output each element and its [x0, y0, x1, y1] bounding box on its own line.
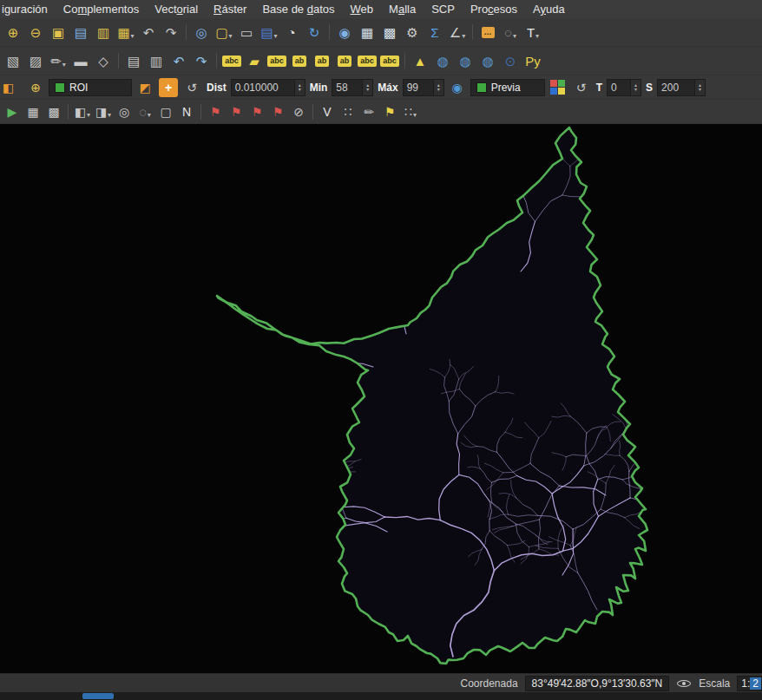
label-pin-icon[interactable]: abc: [266, 50, 287, 71]
temporal-controller-icon[interactable]: ◔: [281, 22, 302, 43]
statistics-summary-icon[interactable]: Σ: [424, 22, 445, 43]
menu-item-ráster[interactable]: Ráster: [206, 1, 254, 17]
label-move-icon[interactable]: ab: [312, 50, 332, 71]
nd-index-calculation-icon[interactable]: N: [177, 102, 196, 121]
select-features-icon[interactable]: ▢▾: [213, 22, 234, 43]
spectral-signature-plot-icon[interactable]: ◎: [115, 102, 134, 121]
roi-pointer-activate-icon[interactable]: ◩: [135, 78, 154, 97]
web-layer-icon[interactable]: ◍: [455, 50, 476, 71]
copy-style-icon[interactable]: ▤: [123, 50, 144, 71]
zoom-full-icon[interactable]: ▣: [48, 22, 69, 43]
zoom-out-icon[interactable]: ⊖: [25, 22, 46, 43]
dist-spin-down-icon[interactable]: ▾: [295, 88, 305, 92]
new-map-view-icon[interactable]: ▦▾: [115, 22, 136, 43]
roi-pointer-icon[interactable]: ⚑: [206, 102, 225, 121]
quick-preview-icon[interactable]: ◨▾: [94, 102, 113, 121]
menu-item-base-de-datos[interactable]: Base de datos: [254, 1, 342, 17]
bandset-definition-icon[interactable]: ▦: [23, 102, 43, 121]
processing-toolbox-icon[interactable]: ⚙: [402, 22, 423, 43]
paste-style-icon[interactable]: ▥: [146, 50, 167, 71]
text-annotation-icon[interactable]: T▾: [522, 22, 543, 43]
roi-redo-icon[interactable]: ⚑: [268, 102, 287, 121]
render-visibility-icon[interactable]: [676, 677, 692, 690]
max-spinbox[interactable]: 99 ▴▾: [403, 79, 444, 96]
redo-preview-icon[interactable]: ↺: [572, 78, 591, 97]
label-show-hide-icon[interactable]: ab: [289, 50, 310, 71]
locator-search-icon[interactable]: ◌▾: [500, 22, 521, 43]
menu-item-scp[interactable]: SCP: [424, 1, 463, 17]
redo-icon[interactable]: ↷: [191, 50, 212, 71]
menu-item-complementos[interactable]: Complementos: [56, 1, 147, 17]
menu-item-ayuda[interactable]: Ayuda: [525, 1, 573, 17]
add-feature-icon[interactable]: ◇: [93, 50, 114, 71]
min-spinbox[interactable]: 58 ▴▾: [332, 79, 373, 96]
roi-polygon-icon[interactable]: ⚑: [227, 102, 246, 121]
measure-icon[interactable]: ∠▾: [447, 22, 468, 43]
preview-pointer-icon[interactable]: ◉: [448, 78, 467, 97]
map-tips-icon[interactable]: …: [477, 22, 498, 43]
field-calculator-icon[interactable]: ▩: [379, 22, 400, 43]
diagram-options-icon[interactable]: ▲: [410, 50, 430, 71]
osm-search-icon[interactable]: ⊙: [500, 50, 521, 71]
paste-features-icon[interactable]: ▨: [25, 50, 46, 71]
signature-merge-icon[interactable]: ∷: [338, 102, 358, 121]
dist-spinbox[interactable]: 0.010000 ▴▾: [231, 79, 305, 96]
min-spin-buttons[interactable]: ▴▾: [362, 80, 372, 95]
web-settings-icon[interactable]: ◍: [477, 50, 498, 71]
t-spin-down-icon[interactable]: ▾: [631, 88, 640, 92]
max-spin-down-icon[interactable]: ▾: [434, 88, 443, 92]
open-scp-dock-icon[interactable]: ▶: [3, 102, 22, 121]
zoom-to-roi-icon[interactable]: ⊕: [26, 78, 45, 97]
classification-flag-icon[interactable]: ⚑: [380, 102, 399, 121]
roi-multiple-icon[interactable]: ⚑: [247, 102, 266, 121]
vector-to-signature-icon[interactable]: V: [318, 102, 337, 121]
zoom-to-layer-icon[interactable]: ▥: [93, 22, 114, 43]
save-edits-icon[interactable]: ▬: [70, 50, 91, 71]
band-calc-icon[interactable]: ▩: [44, 102, 63, 121]
zoom-next-icon[interactable]: ↷: [161, 22, 181, 43]
max-spin-buttons[interactable]: ▴▾: [433, 80, 443, 95]
label-change-icon[interactable]: abc: [357, 50, 378, 71]
scale-input[interactable]: 1: 2: [737, 676, 762, 691]
redo-roi-icon[interactable]: ↺: [182, 78, 201, 97]
more-tools-icon[interactable]: ∷▾: [401, 102, 420, 121]
min-spin-down-icon[interactable]: ▾: [363, 88, 372, 92]
dist-spin-buttons[interactable]: ▴▾: [294, 80, 305, 95]
label-highlight-icon[interactable]: ▰: [244, 50, 265, 71]
scp-plugin-icon[interactable]: ◧: [3, 78, 22, 97]
create-roi-button[interactable]: +: [159, 78, 178, 97]
deselect-features-icon[interactable]: ▭: [236, 22, 257, 43]
menu-item-web[interactable]: Web: [343, 1, 382, 17]
identify-icon[interactable]: ◉: [334, 22, 355, 43]
menu-item-vectorial[interactable]: Vectorial: [147, 1, 206, 17]
menu-item-iguración[interactable]: iguración: [0, 1, 56, 17]
menu-item-malla[interactable]: Malla: [381, 1, 424, 17]
preview-button[interactable]: Previa: [470, 79, 545, 96]
menu-item-procesos[interactable]: Procesos: [463, 1, 525, 17]
rgb-composite-icon[interactable]: [549, 78, 568, 97]
map-canvas[interactable]: [0, 124, 762, 673]
signature-tools-icon[interactable]: ✏: [359, 102, 378, 121]
s-spin-down-icon[interactable]: ▾: [695, 88, 705, 92]
zoom-in-icon[interactable]: ⊕: [3, 22, 23, 43]
coordinate-input[interactable]: 83°49′42.88″O,9°13′30.63″N: [525, 676, 670, 691]
identify-features-icon[interactable]: ◎: [191, 22, 212, 43]
toggle-editing-icon[interactable]: ✏▾: [48, 50, 69, 71]
s-spin-buttons[interactable]: ▴▾: [694, 80, 705, 95]
label-properties-icon[interactable]: abc: [379, 50, 400, 71]
roi-erase-icon[interactable]: ⊘: [289, 102, 308, 121]
layer-labeling-icon[interactable]: abc: [221, 50, 242, 71]
label-rotate-icon[interactable]: ab: [334, 50, 355, 71]
zoom-to-preview-icon[interactable]: ◧▾: [73, 102, 92, 121]
t-spinbox[interactable]: 0 ▴▾: [607, 79, 641, 96]
python-console-icon[interactable]: Py: [522, 50, 543, 71]
s-spinbox[interactable]: 200 ▴▾: [657, 79, 706, 96]
scatter-plot-icon[interactable]: ◌▾: [135, 102, 154, 121]
new-web-map-icon[interactable]: ◍: [432, 50, 453, 71]
clip-multiple-rasters-icon[interactable]: ▢: [156, 102, 175, 121]
refresh-map-icon[interactable]: ↻: [304, 22, 325, 43]
roi-combo[interactable]: ROI: [49, 79, 132, 96]
zoom-to-selection-icon[interactable]: ▤: [70, 22, 91, 43]
bookmarks-icon[interactable]: ▤▾: [259, 22, 279, 43]
undo-icon[interactable]: ↶: [168, 50, 189, 71]
